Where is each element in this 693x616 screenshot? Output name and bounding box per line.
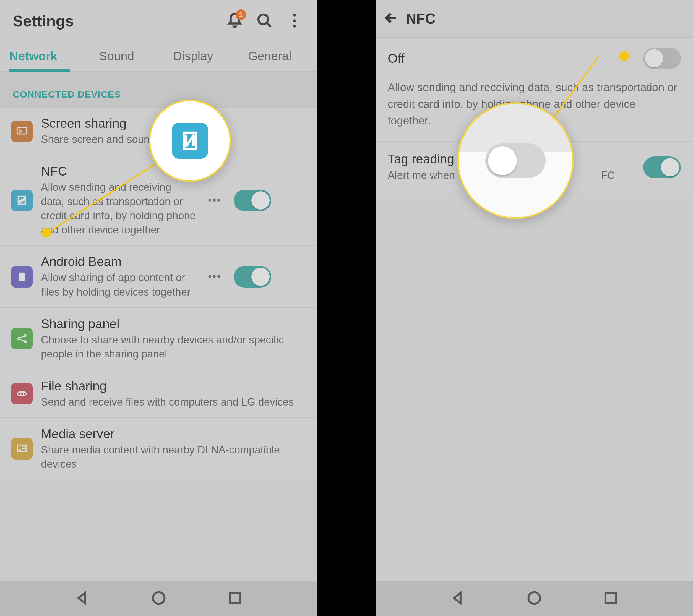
overflow-menu-icon[interactable] — [284, 11, 305, 31]
notification-badge: 1 — [236, 9, 246, 20]
nav-recent-icon[interactable] — [603, 590, 618, 607]
callout-anchor-dot — [42, 228, 51, 238]
row-subtitle: Choose to share with nearby devices and/… — [41, 333, 308, 361]
android-nav-bar — [0, 581, 317, 616]
nfc-header: NFC — [376, 0, 693, 38]
toggle-off-preview — [485, 143, 546, 178]
nfc-icon — [11, 190, 33, 211]
tab-network[interactable]: Network — [9, 49, 78, 68]
callout-nfc-icon — [149, 100, 231, 182]
nfc-icon — [172, 123, 208, 159]
row-title: File sharing — [41, 378, 308, 393]
svg-rect-2 — [17, 127, 27, 134]
page-title: NFC — [406, 10, 436, 27]
svg-rect-13 — [230, 593, 240, 603]
row-title: Sharing panel — [41, 316, 308, 331]
row-sharing-panel[interactable]: Sharing panel Choose to share with nearb… — [0, 307, 317, 370]
settings-header: Settings 1 — [0, 0, 317, 41]
svg-point-8 — [24, 341, 26, 343]
tag-reading-toggle[interactable] — [643, 157, 681, 178]
svg-point-7 — [24, 335, 26, 337]
android-beam-toggle[interactable] — [234, 266, 271, 287]
android-nav-bar — [376, 581, 693, 616]
tab-display[interactable]: Display — [155, 49, 232, 68]
row-subtitle: Allow sharing of app content or files by… — [41, 271, 196, 299]
svg-point-14 — [529, 592, 540, 604]
sharing-panel-icon — [11, 328, 33, 350]
row-subtitle: Share media content with nearby DLNA-com… — [41, 443, 308, 471]
notifications-icon[interactable]: 1 — [224, 11, 245, 31]
svg-point-9 — [20, 392, 23, 396]
row-media-server[interactable]: Media server Share media content with ne… — [0, 417, 317, 480]
settings-screen: Settings 1 Network Sound Display General… — [0, 0, 317, 616]
nav-home-icon[interactable] — [151, 590, 166, 607]
media-server-icon — [11, 438, 33, 459]
nfc-master-toggle[interactable] — [643, 47, 681, 69]
callout-nfc-toggle — [457, 102, 574, 219]
callout-anchor-dot — [619, 52, 629, 61]
svg-point-12 — [153, 592, 164, 604]
svg-point-0 — [259, 15, 268, 24]
nav-home-icon[interactable] — [527, 590, 542, 607]
row-title: Android Beam — [41, 254, 196, 269]
svg-point-4 — [20, 274, 21, 275]
more-icon[interactable]: ••• — [204, 194, 225, 206]
page-title: Settings — [13, 12, 215, 30]
nav-recent-icon[interactable] — [227, 590, 243, 607]
nav-back-icon[interactable] — [75, 590, 90, 607]
tab-sound[interactable]: Sound — [78, 49, 155, 68]
tab-general[interactable]: General — [232, 49, 308, 68]
svg-line-1 — [267, 23, 271, 27]
row-subtitle: Allow sending and receiving data, such a… — [41, 180, 196, 237]
svg-rect-15 — [605, 593, 616, 603]
svg-rect-3 — [19, 272, 25, 281]
nfc-toggle[interactable] — [234, 190, 271, 211]
svg-point-11 — [19, 449, 21, 452]
row-android-beam[interactable]: Android Beam Allow sharing of app conten… — [0, 245, 317, 307]
row-nfc-master[interactable]: Off — [376, 38, 693, 79]
screen-sharing-icon — [11, 121, 33, 142]
section-header-connected-devices: CONNECTED DEVICES — [0, 72, 317, 107]
row-title: Media server — [41, 426, 308, 441]
row-subtitle: Send and receive files with computers an… — [41, 395, 308, 409]
back-icon[interactable] — [384, 11, 399, 26]
svg-point-5 — [23, 274, 24, 275]
nfc-screen: NFC Off Allow sending and receiving data… — [376, 0, 693, 616]
search-icon[interactable] — [254, 11, 275, 31]
svg-point-6 — [18, 338, 20, 340]
nav-back-icon[interactable] — [450, 590, 466, 607]
android-beam-icon — [11, 266, 33, 287]
row-file-sharing[interactable]: File sharing Send and receive files with… — [0, 370, 317, 417]
file-sharing-icon — [11, 383, 33, 404]
more-icon[interactable]: ••• — [204, 271, 225, 282]
settings-tabs: Network Sound Display General — [0, 41, 317, 72]
